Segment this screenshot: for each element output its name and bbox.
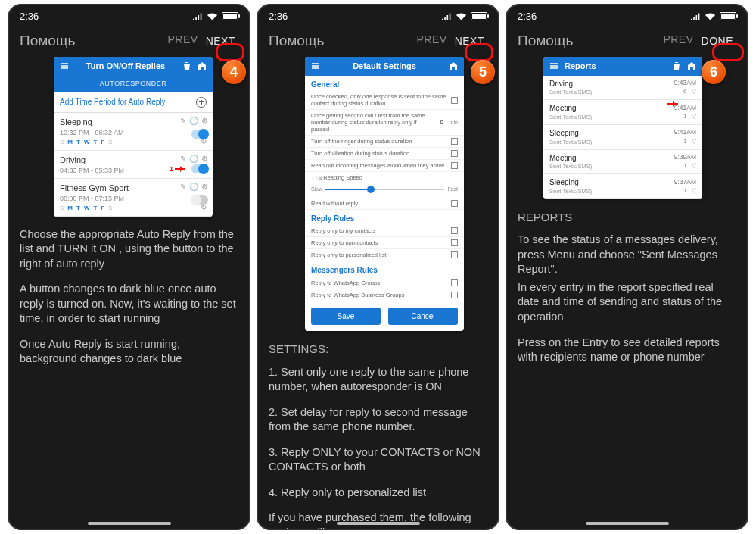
setting-option[interactable]: Once getting second call / text from the… bbox=[305, 110, 464, 136]
setting-option[interactable]: Turn off vibration during status duratio… bbox=[305, 148, 464, 160]
setting-option[interactable]: Turn off the ringer during status durati… bbox=[305, 136, 464, 148]
prev-button[interactable]: PREV bbox=[168, 33, 203, 48]
home-indicator[interactable] bbox=[337, 522, 420, 525]
clock-icon[interactable]: 🕐 bbox=[189, 182, 198, 192]
edit-icon[interactable]: ✎ bbox=[180, 154, 186, 164]
gear-icon[interactable]: ⚙ bbox=[201, 116, 208, 126]
next-button[interactable]: NEXT bbox=[203, 33, 238, 48]
report-row[interactable]: SleepingSent Texts(SMS) 9:37AM1 ▽ bbox=[543, 174, 702, 199]
done-button[interactable]: DONE bbox=[698, 33, 736, 48]
app-header: Помощь PREV DONE bbox=[507, 27, 747, 57]
setting-label: TTS Reading Speed bbox=[305, 172, 464, 183]
status-time: 2:36 bbox=[518, 11, 537, 22]
add-icon[interactable] bbox=[196, 97, 207, 108]
page-title: Помощь bbox=[518, 33, 573, 49]
add-time-period-row[interactable]: Add Time Period for Auto Reply bbox=[54, 92, 213, 113]
setting-option[interactable]: Reply only to personalized list bbox=[305, 249, 464, 261]
embed-header: Reports bbox=[543, 57, 702, 76]
home-icon[interactable] bbox=[449, 61, 458, 70]
status-bar: 2:36 bbox=[9, 5, 249, 27]
checkbox[interactable] bbox=[451, 138, 458, 145]
battery-icon bbox=[222, 12, 238, 20]
help-text: If you have purchased them, the followin… bbox=[269, 511, 487, 529]
prev-button[interactable]: PREV bbox=[417, 33, 452, 48]
slot-toggle[interactable] bbox=[191, 164, 208, 173]
report-row[interactable]: DrivingSent Texts(SMS) 9:43AM6 ▽ bbox=[543, 76, 702, 101]
refresh-icon[interactable]: ↻ bbox=[201, 136, 207, 147]
checkbox[interactable] bbox=[451, 292, 458, 298]
menu-icon[interactable] bbox=[60, 61, 69, 70]
wifi-icon bbox=[456, 11, 466, 21]
step-badge: 6 bbox=[702, 60, 726, 84]
home-indicator[interactable] bbox=[88, 522, 171, 525]
status-time: 2:36 bbox=[20, 11, 39, 22]
help-text: To see the status of a messages delivery… bbox=[518, 233, 736, 277]
embed-tab[interactable]: AUTORESPONDER bbox=[54, 76, 213, 92]
day-selector: SMTWTFS bbox=[60, 139, 207, 147]
setting-option[interactable]: Read out incoming messages aloud when th… bbox=[305, 160, 464, 172]
tts-speed-slider[interactable]: Slow Fast bbox=[305, 183, 464, 197]
battery-icon bbox=[720, 12, 736, 20]
refresh-icon[interactable]: ↻ bbox=[201, 202, 207, 213]
phone-screen-1: 2:36 Помощь PREV NEXT 4 Turn ON/Off Repl… bbox=[8, 4, 250, 530]
page-title: Помощь bbox=[269, 33, 324, 49]
menu-icon[interactable] bbox=[549, 61, 558, 70]
setting-option[interactable]: Once checked, only one response is sent … bbox=[305, 91, 464, 110]
clock-icon[interactable]: 🕐 bbox=[189, 116, 198, 126]
help-text: Press on the Entry to see detailed repor… bbox=[518, 336, 736, 365]
checkbox[interactable] bbox=[451, 251, 458, 258]
save-button[interactable]: Save bbox=[311, 308, 381, 326]
gear-icon[interactable]: ⚙ bbox=[201, 182, 208, 192]
phone-screen-3: 2:36 Помощь PREV DONE 6 Reports bbox=[506, 4, 748, 530]
embedded-screenshot: Reports DrivingSent Texts(SMS) 9:43AM6 ▽… bbox=[543, 57, 702, 199]
report-row[interactable]: SleepingSent Texts(SMS) 9:41AM1 ▽ bbox=[543, 125, 702, 150]
edit-icon[interactable]: ✎ bbox=[180, 116, 186, 126]
checkbox[interactable] bbox=[451, 97, 458, 104]
next-button[interactable]: NEXT bbox=[452, 33, 487, 48]
gear-icon[interactable]: ⚙ bbox=[201, 154, 208, 164]
status-bar: 2:36 bbox=[258, 5, 498, 27]
checkbox[interactable] bbox=[451, 150, 458, 157]
step-badge: 4 bbox=[222, 60, 246, 84]
prev-button[interactable]: PREV bbox=[663, 33, 698, 48]
reply-slot[interactable]: Sleeping 10:32 PM - 06:32 AM SMTWTFS ✎🕐⚙… bbox=[54, 113, 213, 151]
signal-icon bbox=[193, 11, 203, 21]
reply-slot[interactable]: Fitness Gym Sport 06:00 PM - 07:15 PM SM… bbox=[54, 179, 213, 217]
home-icon[interactable] bbox=[198, 61, 207, 70]
signal-icon bbox=[442, 11, 452, 21]
report-row[interactable]: MeetingSent Texts(SMS) 9:39AM1 ▽ bbox=[543, 150, 702, 175]
cancel-button[interactable]: Cancel bbox=[388, 308, 458, 326]
setting-option[interactable]: Reply to WhatsApp Business Groups bbox=[305, 289, 464, 301]
setting-option[interactable]: Reply only to my contacts bbox=[305, 225, 464, 237]
home-indicator[interactable] bbox=[586, 522, 669, 525]
phone-screen-2: 2:36 Помощь PREV NEXT 5 Default Settings bbox=[257, 4, 499, 530]
reply-slot[interactable]: Driving 04:33 PM - 05:33 PM 1 ✎🕐⚙ bbox=[54, 151, 213, 179]
home-icon[interactable] bbox=[687, 61, 696, 70]
setting-option[interactable]: Read without reply bbox=[305, 198, 464, 210]
embed-header: Turn ON/Off Replies bbox=[54, 57, 213, 76]
checkbox[interactable] bbox=[451, 162, 458, 169]
edit-icon[interactable]: ✎ bbox=[180, 182, 186, 192]
checkbox[interactable] bbox=[451, 200, 458, 207]
checkbox[interactable] bbox=[451, 227, 458, 234]
delay-input[interactable] bbox=[436, 118, 448, 126]
checkbox[interactable] bbox=[451, 279, 458, 286]
status-time: 2:36 bbox=[269, 11, 288, 22]
section-header: General bbox=[305, 76, 464, 92]
menu-icon[interactable] bbox=[311, 61, 320, 70]
setting-option[interactable]: Reply only to non-contacts bbox=[305, 237, 464, 249]
section-header: Reply Rules bbox=[305, 210, 464, 226]
trash-icon[interactable] bbox=[182, 61, 191, 70]
setting-option[interactable]: Reply to WhatsApp Groups bbox=[305, 277, 464, 289]
trash-icon[interactable] bbox=[672, 61, 681, 70]
app-header: Помощь PREV NEXT bbox=[9, 27, 249, 57]
checkbox[interactable] bbox=[451, 239, 458, 246]
report-row[interactable]: MeetingSent Texts(SMS) 9:41AM1 ▽ bbox=[543, 100, 702, 125]
step-badge: 5 bbox=[471, 60, 495, 84]
help-text: 1. Sent only one reply to the same phone… bbox=[269, 365, 487, 395]
embed-header: Default Settings bbox=[305, 57, 464, 76]
help-text: 2. Set delay for reply to second message… bbox=[269, 405, 487, 435]
help-text: 3. Reply ONLY to your CONTACTS or NON CO… bbox=[269, 445, 487, 475]
clock-icon[interactable]: 🕐 bbox=[189, 154, 198, 164]
help-text: 4. Reply only to personalized list bbox=[269, 486, 487, 501]
